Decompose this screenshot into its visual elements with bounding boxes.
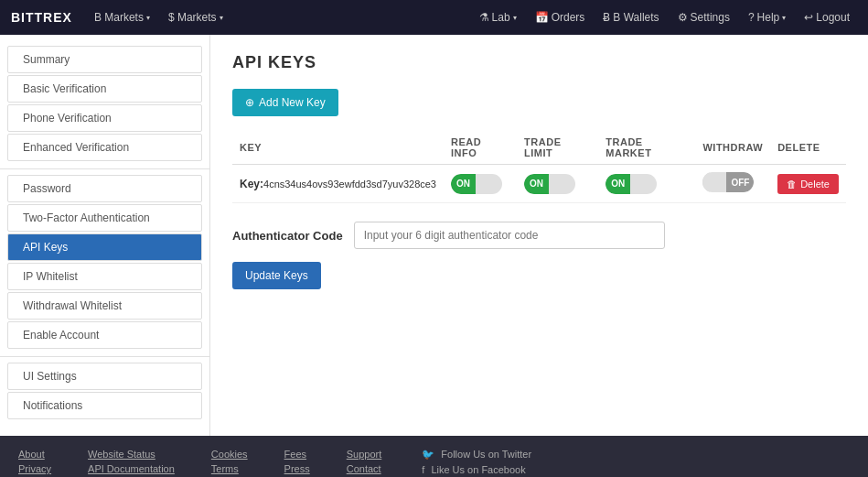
help-icon: ? bbox=[748, 11, 755, 24]
flask-icon: ⚗ bbox=[479, 11, 489, 24]
sidebar-group-preferences: UI Settings Notifications bbox=[0, 363, 209, 419]
footer-col-support: Support Contact bbox=[347, 449, 382, 475]
key-cell: Key:4cns34us4ovs93ewfdd3sd7yuv328ce3 bbox=[232, 165, 444, 203]
sidebar: Summary Basic Verification Phone Verific… bbox=[0, 35, 210, 436]
nav-b-markets[interactable]: B Markets ▾ bbox=[87, 7, 157, 27]
withdraw-cell: OFF bbox=[695, 165, 770, 203]
calendar-icon: 📅 bbox=[535, 11, 549, 24]
main-container: Summary Basic Verification Phone Verific… bbox=[0, 35, 868, 436]
add-new-key-button[interactable]: ⊕ Add New Key bbox=[232, 89, 338, 116]
read-info-toggle[interactable]: ON bbox=[451, 174, 502, 194]
nav-wallets[interactable]: Ƀ B Wallets bbox=[595, 7, 666, 27]
facebook-link[interactable]: f Like Us on Facebook bbox=[418, 464, 531, 475]
table-header-row: KEY READ INFO TRADE LIMIT TRADE MARKET W… bbox=[232, 131, 846, 165]
col-delete: DELETE bbox=[770, 131, 846, 165]
plus-icon: ⊕ bbox=[245, 96, 254, 109]
nav-left: B Markets ▾ $ Markets ▾ bbox=[87, 7, 472, 27]
delete-cell: 🗑 Delete bbox=[770, 165, 846, 203]
footer-col-social: 🐦 Follow Us on Twitter f Like Us on Face… bbox=[418, 449, 531, 475]
trade-limit-toggle[interactable]: ON bbox=[524, 174, 575, 194]
footer-about-link[interactable]: About bbox=[18, 449, 51, 460]
content-area: API KEYS ⊕ Add New Key KEY READ INFO TRA… bbox=[210, 35, 868, 436]
footer-website-status-link[interactable]: Website Status bbox=[88, 449, 175, 460]
wallet-icon: Ƀ bbox=[603, 11, 610, 24]
facebook-icon: f bbox=[422, 464, 424, 475]
authenticator-row: Authenticator Code bbox=[232, 222, 846, 249]
col-trade-market: TRADE MARKET bbox=[598, 131, 695, 165]
footer-api-docs-link[interactable]: API Documentation bbox=[88, 463, 175, 474]
nav-dollar-markets[interactable]: $ Markets ▾ bbox=[161, 7, 230, 27]
sidebar-item-ip-whitelist[interactable]: IP Whitelist bbox=[7, 263, 202, 290]
nav-help[interactable]: ? Help ▾ bbox=[741, 7, 793, 27]
sidebar-item-enable-account[interactable]: Enable Account bbox=[7, 321, 202, 349]
trash-icon: 🗑 bbox=[787, 179, 797, 190]
trade-limit-cell: ON bbox=[517, 165, 598, 203]
update-keys-button[interactable]: Update Keys bbox=[232, 262, 321, 289]
api-keys-table: KEY READ INFO TRADE LIMIT TRADE MARKET W… bbox=[232, 131, 846, 203]
sidebar-item-2fa[interactable]: Two-Factor Authentication bbox=[7, 204, 202, 232]
toggle-on-label: ON bbox=[451, 174, 476, 194]
nav-orders[interactable]: 📅 Orders bbox=[528, 7, 593, 27]
footer-col-fees: Fees Press bbox=[284, 449, 310, 475]
delete-key-button[interactable]: 🗑 Delete bbox=[777, 174, 839, 194]
sidebar-item-summary[interactable]: Summary bbox=[7, 46, 202, 73]
sidebar-group-profile: Summary Basic Verification Phone Verific… bbox=[0, 46, 209, 161]
key-value: 4cns34us4ovs93ewfdd3sd7yuv328ce3 bbox=[263, 179, 436, 190]
nav-logout[interactable]: ↩ Logout bbox=[797, 7, 857, 27]
sidebar-item-ui-settings[interactable]: UI Settings bbox=[7, 363, 202, 390]
gear-icon: ⚙ bbox=[678, 11, 688, 24]
top-navigation: BITTREX B Markets ▾ $ Markets ▾ ⚗ Lab ▾ … bbox=[0, 0, 868, 35]
col-withdraw: WITHDRAW bbox=[695, 131, 770, 165]
footer-cookies-link[interactable]: Cookies bbox=[211, 449, 248, 460]
logout-icon: ↩ bbox=[804, 11, 813, 24]
sidebar-item-password[interactable]: Password bbox=[7, 175, 202, 202]
col-read-info: READ INFO bbox=[444, 131, 517, 165]
footer-col-legal: Cookies Terms bbox=[211, 449, 248, 475]
sidebar-item-api-keys[interactable]: API Keys bbox=[7, 233, 202, 261]
withdraw-toggle[interactable]: OFF bbox=[702, 172, 754, 192]
nav-right: ⚗ Lab ▾ 📅 Orders Ƀ B Wallets ⚙ Settings … bbox=[472, 7, 857, 27]
sidebar-group-security: Password Two-Factor Authentication API K… bbox=[0, 175, 209, 349]
toggle-on-label: ON bbox=[524, 174, 549, 194]
brand-logo: BITTREX bbox=[11, 10, 72, 25]
chevron-down-icon: ▾ bbox=[220, 14, 223, 22]
footer-col-about: About Privacy bbox=[18, 449, 51, 475]
chevron-down-icon: ▾ bbox=[146, 14, 150, 22]
col-trade-limit: TRADE LIMIT bbox=[517, 131, 598, 165]
sidebar-item-basic-verification[interactable]: Basic Verification bbox=[7, 75, 202, 103]
twitter-link[interactable]: 🐦 Follow Us on Twitter bbox=[418, 449, 531, 461]
chevron-down-icon: ▾ bbox=[513, 14, 517, 22]
sidebar-item-enhanced-verification[interactable]: Enhanced Verification bbox=[7, 134, 202, 161]
nav-lab[interactable]: ⚗ Lab ▾ bbox=[472, 7, 524, 27]
authenticator-label: Authenticator Code bbox=[232, 229, 343, 243]
sidebar-item-phone-verification[interactable]: Phone Verification bbox=[7, 104, 202, 132]
read-info-cell: ON bbox=[444, 165, 517, 203]
nav-settings[interactable]: ⚙ Settings bbox=[670, 7, 737, 27]
key-label: Key: bbox=[240, 178, 263, 190]
toggle-on-label: ON bbox=[605, 174, 630, 194]
trade-market-cell: ON bbox=[598, 165, 695, 203]
authenticator-input[interactable] bbox=[354, 222, 665, 249]
sidebar-item-withdrawal-whitelist[interactable]: Withdrawal Whitelist bbox=[7, 292, 202, 320]
footer-fees-link[interactable]: Fees bbox=[284, 449, 310, 460]
footer-contact-link[interactable]: Contact bbox=[347, 463, 382, 474]
footer-col-website: Website Status API Documentation bbox=[88, 449, 175, 475]
sidebar-item-notifications[interactable]: Notifications bbox=[7, 392, 202, 419]
chevron-down-icon: ▾ bbox=[782, 14, 786, 22]
page-title: API KEYS bbox=[232, 53, 846, 72]
table-row: Key:4cns34us4ovs93ewfdd3sd7yuv328ce3 ON … bbox=[232, 165, 846, 203]
footer-press-link[interactable]: Press bbox=[284, 463, 310, 474]
col-key: KEY bbox=[232, 131, 444, 165]
footer-support-link[interactable]: Support bbox=[347, 449, 382, 460]
twitter-icon: 🐦 bbox=[422, 449, 434, 460]
toggle-off-label: OFF bbox=[726, 172, 754, 192]
footer-terms-link[interactable]: Terms bbox=[211, 463, 248, 474]
footer-links: About Privacy Website Status API Documen… bbox=[0, 436, 868, 477]
footer-privacy-link[interactable]: Privacy bbox=[18, 463, 51, 474]
trade-market-toggle[interactable]: ON bbox=[605, 174, 657, 194]
